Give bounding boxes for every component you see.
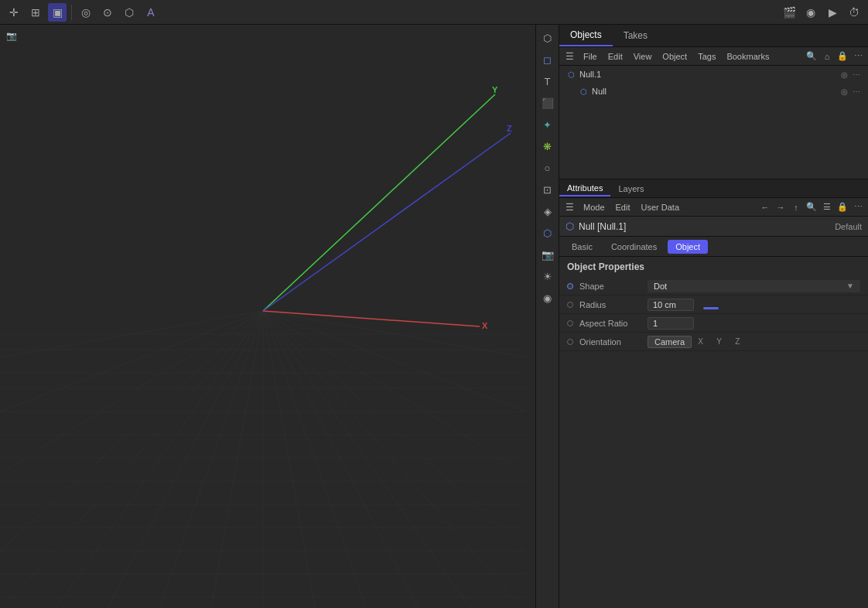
prop-label-radius: Radius bbox=[579, 300, 641, 309]
object-null-controls: ◎ ⋯ bbox=[839, 86, 862, 97]
object-header-bar: ⬡ Null [Null.1] Default bbox=[559, 217, 868, 237]
toolbar-ring-icon[interactable]: ⊙ bbox=[98, 3, 117, 22]
toolbar-render-icon[interactable]: ◉ bbox=[801, 3, 820, 22]
prop-value-orientation[interactable]: Camera bbox=[648, 336, 692, 348]
radius-indicator bbox=[703, 307, 719, 309]
attr-menu-icon[interactable]: ☰ bbox=[562, 200, 577, 214]
prop-value-radius[interactable]: 10 cm bbox=[648, 299, 694, 311]
svg-line-34 bbox=[263, 94, 495, 311]
prop-tab-object[interactable]: Object bbox=[668, 240, 708, 254]
attr-tab-layers[interactable]: Layers bbox=[610, 182, 651, 196]
attr-up-icon[interactable]: ↑ bbox=[789, 200, 803, 214]
tab-takes[interactable]: Takes bbox=[613, 26, 658, 46]
toolbar-timeline-icon[interactable]: ▶ bbox=[823, 3, 842, 22]
objects-menu-icon[interactable]: ☰ bbox=[562, 50, 577, 63]
object-header-name: Null [Null.1] bbox=[579, 221, 626, 232]
objects-menu-object[interactable]: Object bbox=[658, 50, 692, 63]
rt-mode-icon[interactable]: ⬡ bbox=[538, 223, 558, 243]
toolbar-timer-icon[interactable]: ⏱ bbox=[845, 3, 863, 22]
prop-xyz-orientation: X Y Z bbox=[698, 337, 860, 346]
svg-line-28 bbox=[0, 311, 263, 473]
rt-cursor-icon[interactable]: ⬡ bbox=[538, 28, 558, 48]
objects-lock-icon[interactable]: 🔒 bbox=[836, 50, 849, 63]
object-null1-name: Null.1 bbox=[579, 70, 834, 79]
svg-line-23 bbox=[263, 311, 421, 608]
rt-spline-icon[interactable]: ✦ bbox=[538, 114, 558, 135]
objects-menu-file[interactable]: File bbox=[579, 50, 602, 63]
toolbar-grid-icon[interactable]: ⊞ bbox=[26, 3, 45, 22]
objects-menu-view[interactable]: View bbox=[629, 50, 657, 63]
objects-home-icon[interactable]: ⌂ bbox=[820, 50, 834, 63]
prop-label-orientation: Orientation bbox=[579, 337, 641, 347]
objects-menu-tags[interactable]: Tags bbox=[693, 50, 720, 63]
svg-line-17 bbox=[105, 311, 263, 608]
toolbar-circle-icon[interactable]: ◎ bbox=[77, 3, 95, 22]
svg-line-18 bbox=[158, 311, 263, 608]
svg-line-32 bbox=[263, 311, 526, 473]
rt-color-icon[interactable]: ◉ bbox=[538, 288, 558, 308]
svg-line-27 bbox=[0, 311, 263, 412]
prop-tab-basic[interactable]: Basic bbox=[564, 240, 600, 254]
objects-panel-tabs: Objects Takes bbox=[559, 25, 868, 47]
svg-line-24 bbox=[263, 311, 473, 608]
toolbar-hex-icon[interactable]: ⬡ bbox=[120, 3, 138, 22]
objects-menu-bookmarks[interactable]: Bookmarks bbox=[722, 50, 774, 63]
svg-line-25 bbox=[263, 311, 526, 608]
svg-line-29 bbox=[0, 311, 263, 551]
prop-tab-coordinates[interactable]: Coordinates bbox=[603, 240, 665, 254]
rt-pen-icon[interactable]: ○ bbox=[538, 158, 558, 178]
attr-menu-edit[interactable]: Edit bbox=[611, 201, 635, 213]
object-null-vis-btn[interactable]: ◎ bbox=[839, 86, 849, 97]
object-null-lock-btn[interactable]: ⋯ bbox=[851, 86, 862, 97]
attr-search-icon[interactable]: 🔍 bbox=[805, 200, 818, 214]
rt-deformer-icon[interactable]: ❋ bbox=[538, 136, 558, 156]
rt-camera-icon[interactable]: 📷 bbox=[538, 244, 558, 265]
objects-more-icon[interactable]: ⋯ bbox=[851, 50, 865, 63]
attr-tabs-bar: Attributes Layers bbox=[559, 179, 868, 198]
object-item-null1[interactable]: ⬡ Null.1 ◎ ⋯ bbox=[559, 66, 868, 83]
attr-lock-icon[interactable]: 🔒 bbox=[836, 200, 849, 214]
objects-menu-edit[interactable]: Edit bbox=[603, 50, 627, 63]
svg-line-38 bbox=[263, 133, 511, 311]
viewport[interactable]: Y X Z 📷 bbox=[0, 25, 535, 608]
prop-value-shape[interactable]: Dot ▼ bbox=[648, 280, 860, 292]
rt-light-icon[interactable]: ☀ bbox=[538, 266, 558, 286]
tab-objects[interactable]: Objects bbox=[559, 25, 613, 46]
toolbar-select-icon[interactable]: ▣ bbox=[48, 3, 67, 22]
attr-forward-icon[interactable]: → bbox=[774, 200, 788, 214]
attr-list-icon[interactable]: ☰ bbox=[820, 200, 834, 214]
rt-text-icon[interactable]: T bbox=[538, 71, 558, 91]
attr-back-icon[interactable]: ← bbox=[758, 200, 772, 214]
viewport-grid: Y X Z bbox=[0, 25, 535, 608]
attr-tab-attributes[interactable]: Attributes bbox=[559, 181, 610, 196]
object-item-null[interactable]: ⬡ Null ◎ ⋯ bbox=[559, 83, 868, 100]
right-toolbar: ⬡ ◻ T ⬛ ✦ ❋ ○ ⊡ ◈ ⬡ 📷 ☀ ◉ bbox=[535, 25, 559, 608]
rt-cube-icon[interactable]: ◻ bbox=[538, 50, 558, 70]
svg-line-36 bbox=[263, 311, 480, 326]
prop-tabs: Basic Coordinates Object bbox=[559, 237, 868, 257]
object-null1-vis-btn[interactable]: ◎ bbox=[839, 69, 849, 80]
svg-line-16 bbox=[53, 311, 263, 608]
object-null-name: Null bbox=[592, 87, 834, 96]
attr-menu-userdata[interactable]: User Data bbox=[637, 201, 685, 213]
toolbar-a-icon[interactable]: A bbox=[142, 3, 160, 22]
attr-more-icon[interactable]: ⋯ bbox=[851, 200, 865, 214]
rt-extrude-icon[interactable]: ⊡ bbox=[538, 179, 558, 200]
object-null-icon: ⬡ bbox=[578, 86, 589, 97]
object-null1-lock-btn[interactable]: ⋯ bbox=[851, 69, 862, 80]
attr-menu-mode[interactable]: Mode bbox=[579, 201, 610, 213]
rt-paint-icon[interactable]: ◈ bbox=[538, 201, 558, 221]
xyz-y-label: Y bbox=[716, 337, 732, 346]
prop-row-radius: Radius 10 cm bbox=[559, 295, 868, 314]
objects-menubar: ☰ File Edit View Object Tags Bookmarks 🔍… bbox=[559, 47, 868, 66]
prop-dot-radius bbox=[567, 302, 573, 308]
prop-dot-orientation bbox=[567, 339, 573, 345]
toolbar-move-icon[interactable]: ✛ bbox=[5, 3, 23, 22]
prop-value-aspect-ratio[interactable]: 1 bbox=[648, 317, 694, 330]
rt-select-icon[interactable]: ⬛ bbox=[538, 93, 558, 113]
prop-row-orientation: Orientation Camera X Y Z bbox=[559, 333, 868, 351]
objects-search-icon[interactable]: 🔍 bbox=[805, 50, 818, 63]
svg-text:X: X bbox=[482, 321, 488, 330]
toolbar-camera-icon[interactable]: 🎬 bbox=[780, 3, 798, 22]
svg-line-33 bbox=[263, 311, 526, 551]
